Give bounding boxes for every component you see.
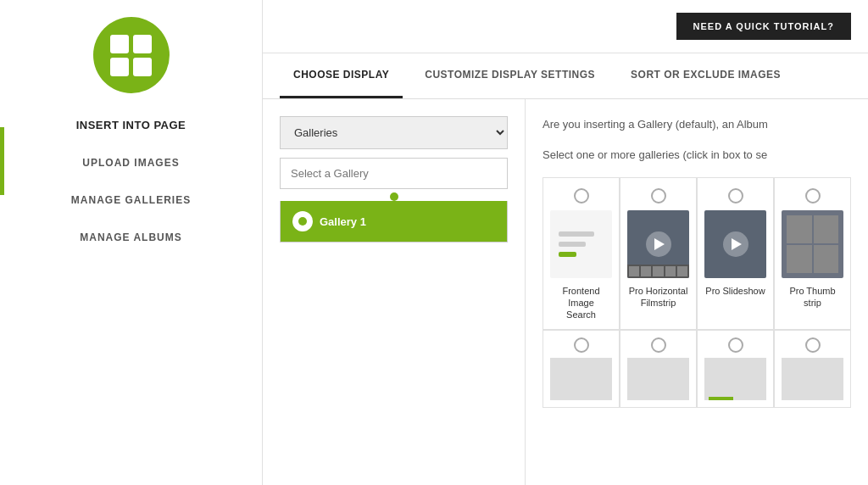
frontend-line-2	[559, 242, 586, 247]
green-accent-line	[709, 397, 733, 400]
display-type-grid-row2	[542, 330, 851, 408]
display-type-radio-thumbstrip[interactable]	[805, 188, 821, 203]
top-header: NEED A QUICK TUTORIAL?	[263, 0, 868, 53]
logo-cell-3	[110, 58, 129, 76]
frontend-lines	[550, 219, 612, 270]
prothumbs-cell-1	[787, 215, 812, 243]
prothumbs-cell-3	[787, 245, 812, 273]
tab-choose-display[interactable]: CHOOSE DISPLAY	[280, 53, 403, 98]
display-type-label-frontend: Frontend ImageSearch	[550, 285, 612, 321]
display-type-label-filmstrip: Pro HorizontalFilmstrip	[629, 285, 688, 309]
display-type-radio-row2-2[interactable]	[651, 337, 666, 353]
main-content: NEED A QUICK TUTORIAL? CHOOSE DISPLAY CU…	[263, 0, 868, 485]
filmstrip-cell-4	[665, 266, 676, 276]
logo-cell-2	[133, 35, 152, 53]
filmstrip-cell-5	[677, 266, 687, 276]
tab-sort-exclude[interactable]: SORT OR EXCLUDE IMAGES	[617, 53, 794, 98]
display-type-thumbnail-thumbstrip	[782, 210, 843, 278]
display-type-thumbnail-row2-4	[782, 358, 843, 400]
display-type-thumbnail-frontend	[550, 210, 612, 278]
gallery-search-container: Gallery 1	[280, 158, 508, 201]
filmstrip-cell-2	[641, 266, 651, 276]
filmstrip-cell-3	[653, 266, 663, 276]
play-triangle-slideshow-icon	[732, 238, 742, 250]
gallery-dropdown-item[interactable]: Gallery 1	[281, 201, 507, 242]
frontend-line-accent	[559, 252, 576, 257]
display-type-radio-frontend[interactable]	[574, 188, 589, 203]
sidebar-title: INSERT INTO PAGE	[76, 119, 186, 131]
prothumbs-cell-2	[814, 215, 839, 243]
play-button-slideshow	[723, 231, 748, 257]
logo-grid	[110, 35, 152, 76]
select-gallery-description: Select one or more galleries (click in b…	[542, 147, 851, 164]
display-type-row2-2[interactable]	[620, 330, 697, 408]
indicator-dot	[390, 192, 398, 201]
filmstrip-cell-1	[629, 266, 639, 276]
display-type-filmstrip[interactable]: Pro HorizontalFilmstrip	[620, 177, 697, 331]
display-type-slideshow[interactable]: Pro Slideshow	[697, 177, 774, 331]
display-type-row2-1[interactable]	[542, 330, 620, 408]
display-type-radio-filmstrip[interactable]	[651, 188, 666, 203]
display-type-thumbstrip[interactable]: Pro Thumbstrip	[774, 177, 851, 331]
gallery-type-select[interactable]: Galleries	[280, 116, 508, 149]
display-type-thumbnail-row2-2	[627, 358, 689, 400]
frontend-line-1	[559, 231, 594, 237]
dropdown-indicator	[280, 192, 508, 201]
tabs-bar: CHOOSE DISPLAY CUSTOMIZE DISPLAY SETTING…	[263, 53, 868, 99]
sidebar-accent	[0, 127, 4, 195]
display-type-row2-3[interactable]	[697, 330, 774, 408]
gallery-type-description: Are you inserting a Gallery (default), a…	[542, 116, 851, 134]
left-panel: Galleries Gallery 1	[263, 99, 526, 485]
display-type-grid: Frontend ImageSearch	[542, 177, 851, 331]
prothumbs-grid	[783, 212, 842, 276]
gallery-search-input[interactable]	[280, 158, 508, 189]
display-type-thumbnail-slideshow	[704, 210, 766, 278]
content-area: Galleries Gallery 1 Are you i	[263, 99, 868, 485]
display-type-thumbnail-row2-3	[704, 358, 766, 400]
sidebar-item-manage-albums[interactable]: MANAGE ALBUMS	[80, 231, 182, 243]
sidebar: INSERT INTO PAGE UPLOAD IMAGES MANAGE GA…	[0, 0, 263, 485]
display-type-radio-row2-1[interactable]	[574, 337, 589, 353]
display-type-radio-row2-3[interactable]	[728, 337, 743, 353]
display-type-frontend-search[interactable]: Frontend ImageSearch	[542, 177, 620, 331]
gallery-item-label: Gallery 1	[320, 215, 366, 228]
sidebar-item-manage-galleries[interactable]: MANAGE GALLERIES	[71, 194, 191, 206]
tab-customize-settings[interactable]: CUSTOMIZE DISPLAY SETTINGS	[411, 53, 609, 98]
selected-check-icon	[292, 211, 313, 231]
display-type-label-slideshow: Pro Slideshow	[705, 285, 765, 297]
display-type-label-thumbstrip: Pro Thumbstrip	[789, 285, 835, 309]
sidebar-item-upload-images[interactable]: UPLOAD IMAGES	[82, 157, 179, 169]
display-type-thumbnail-row2-1	[550, 358, 612, 400]
right-panel: Are you inserting a Gallery (default), a…	[526, 99, 868, 485]
display-type-radio-row2-4[interactable]	[805, 337, 821, 353]
display-type-row2-4[interactable]	[774, 330, 851, 408]
play-button-filmstrip	[646, 231, 671, 257]
filmstrip-bar	[627, 265, 689, 278]
logo-cell-1	[110, 35, 129, 53]
display-type-radio-slideshow[interactable]	[728, 188, 743, 203]
logo-cell-4	[133, 58, 152, 76]
tutorial-button[interactable]: NEED A QUICK TUTORIAL?	[676, 13, 851, 40]
play-triangle-icon	[654, 238, 665, 250]
display-type-thumbnail-filmstrip	[627, 210, 689, 278]
sidebar-nav: UPLOAD IMAGES MANAGE GALLERIES MANAGE AL…	[0, 157, 262, 243]
app-logo	[93, 17, 170, 93]
prothumbs-cell-4	[814, 245, 839, 273]
gallery-dropdown: Gallery 1	[280, 201, 508, 242]
